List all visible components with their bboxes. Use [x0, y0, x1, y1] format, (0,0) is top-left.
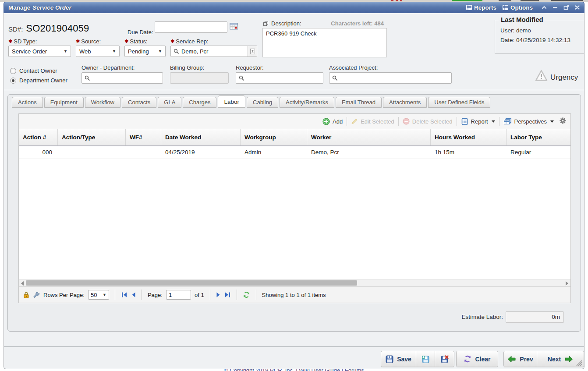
save-and-close-button[interactable]	[435, 351, 454, 367]
collapse-icon[interactable]	[542, 5, 547, 10]
chevron-down-icon: ▼	[158, 49, 162, 53]
last-page-icon[interactable]	[224, 292, 231, 298]
calendar-icon[interactable]	[230, 22, 238, 32]
detail-tabs: Actions Equipment Workflow Contacts GLA …	[12, 95, 490, 108]
grid-header-row: Action # Action/Type WF# Date Worked Wor…	[19, 129, 570, 146]
source-select[interactable]: Web▼	[76, 46, 120, 57]
column-header-action-number[interactable]: Action #	[19, 129, 58, 145]
service-rep-value: Demo, Pcr	[181, 48, 245, 55]
clear-icon	[464, 355, 471, 363]
close-icon[interactable]	[575, 5, 580, 10]
billing-group-field	[170, 72, 229, 84]
save-icon	[386, 355, 393, 363]
requestor-field[interactable]	[236, 72, 323, 84]
column-header-workgroup[interactable]: Workgroup	[241, 129, 307, 145]
edge-artifact	[396, 0, 398, 1]
prev-page-icon[interactable]	[131, 292, 136, 298]
minimize-icon[interactable]	[553, 5, 558, 10]
associated-project-field[interactable]	[329, 72, 452, 84]
edge-artifact	[452, 0, 482, 1]
report-icon	[461, 118, 468, 125]
tab-workflow[interactable]: Workflow	[85, 97, 120, 108]
scroll-right-icon[interactable]	[566, 281, 568, 286]
options-button[interactable]: Options	[503, 4, 533, 11]
tab-contacts[interactable]: Contacts	[122, 97, 156, 108]
first-page-icon[interactable]	[121, 292, 128, 298]
column-header-hours-worked[interactable]: Hours Worked	[431, 129, 507, 145]
pager-separator	[256, 290, 256, 300]
sd-type-label: ✱SD Type:	[8, 38, 37, 45]
add-button[interactable]: Add	[322, 118, 343, 125]
status-select[interactable]: Pending▼	[124, 46, 166, 57]
options-icon	[503, 5, 508, 10]
service-rep-label: ✱Service Rep:	[170, 38, 209, 45]
tab-activity-remarks[interactable]: Activity/Remarks	[280, 97, 334, 108]
source-label: ✱Source:	[76, 38, 101, 45]
department-owner-radio[interactable]: Department Owner	[10, 77, 67, 84]
column-header-worker[interactable]: Worker	[307, 129, 431, 145]
perspectives-icon	[503, 118, 512, 125]
lock-icon[interactable]	[23, 292, 29, 298]
tab-email-thread[interactable]: Email Thread	[336, 97, 382, 108]
save-and-add-button[interactable]	[416, 351, 435, 367]
required-icon: ✱	[170, 39, 174, 44]
rows-per-page-label: Rows Per Page:	[43, 292, 85, 298]
urgency-warning-icon[interactable]	[535, 70, 548, 83]
tab-gla[interactable]: GLA	[158, 97, 181, 108]
edit-icon	[351, 118, 358, 125]
save-button[interactable]: Save	[381, 351, 416, 367]
tab-labor[interactable]: Labor	[218, 95, 245, 108]
report-menu-button[interactable]: Report	[461, 118, 495, 125]
column-header-labor-type[interactable]: Labor Type	[507, 129, 570, 145]
tab-equipment[interactable]: Equipment	[44, 97, 84, 108]
tab-charges[interactable]: Charges	[183, 97, 216, 108]
tab-attachments[interactable]: Attachments	[383, 97, 427, 108]
refresh-icon[interactable]	[243, 291, 250, 298]
wrench-icon[interactable]	[33, 292, 40, 298]
horizontal-scrollbar[interactable]	[19, 279, 570, 286]
scrollbar-thumb[interactable]	[26, 280, 357, 286]
window-body: SD#: SO201904059 Due Date: Description: …	[4, 13, 584, 369]
column-header-action-type[interactable]: Action/Type	[58, 129, 126, 145]
service-rep-field[interactable]: Demo, Pcr	[170, 46, 257, 57]
add-icon	[322, 118, 330, 125]
contact-picker-icon[interactable]	[248, 46, 257, 57]
scroll-left-icon[interactable]	[21, 281, 24, 286]
window-titlebar: ManageService Order Reports Options	[4, 2, 584, 13]
status-label: ✱Status:	[124, 38, 148, 45]
tab-user-defined-fields[interactable]: User Defined Fields	[428, 97, 490, 108]
cell-action-type	[58, 146, 126, 159]
description-popout-icon[interactable]	[263, 20, 269, 28]
perspectives-menu-button[interactable]: Perspectives	[503, 118, 554, 125]
description-textarea[interactable]: PCR360-919 Check	[262, 28, 387, 57]
prev-button[interactable]: Prev	[504, 351, 537, 367]
table-row[interactable]: 000 04/25/2019 Admin Demo, Pcr 1h 15m Re…	[19, 146, 570, 159]
popout-window-icon[interactable]	[563, 5, 569, 10]
column-header-wf-number[interactable]: WF#	[126, 129, 161, 145]
owner-department-field[interactable]	[81, 72, 163, 84]
reports-button[interactable]: Reports	[466, 4, 496, 11]
sd-type-select[interactable]: Service Order▼	[8, 46, 71, 57]
chevron-down-icon: ▼	[112, 49, 116, 53]
sd-number-value: SO201904059	[26, 23, 89, 34]
pager-separator	[237, 290, 237, 300]
grid-settings-gear-icon[interactable]	[560, 117, 566, 125]
save-button-group: Save	[381, 351, 454, 367]
rows-per-page-select[interactable]: 50▼	[88, 290, 109, 300]
form-divider	[4, 90, 584, 90]
contact-owner-radio[interactable]: Contact Owner	[10, 67, 57, 74]
last-modified-date: Date: 04/25/2019 14:32:13	[500, 37, 584, 43]
associated-project-label: Associated Project:	[329, 64, 378, 71]
cell-wf-number	[126, 146, 161, 159]
resize-handle[interactable]	[576, 360, 582, 368]
grid-toolbar: Add Edit Selected Delete Selected	[19, 114, 570, 129]
tab-cabling[interactable]: Cabling	[247, 97, 278, 108]
due-date-input[interactable]	[155, 21, 227, 33]
tab-actions[interactable]: Actions	[12, 97, 43, 108]
page-input[interactable]	[166, 290, 191, 300]
cell-worker: Demo, Pcr	[307, 146, 431, 159]
next-page-icon[interactable]	[216, 292, 221, 298]
column-header-date-worked[interactable]: Date Worked	[161, 129, 241, 145]
chevron-down-icon	[550, 120, 554, 123]
clear-button[interactable]: Clear	[457, 351, 498, 367]
